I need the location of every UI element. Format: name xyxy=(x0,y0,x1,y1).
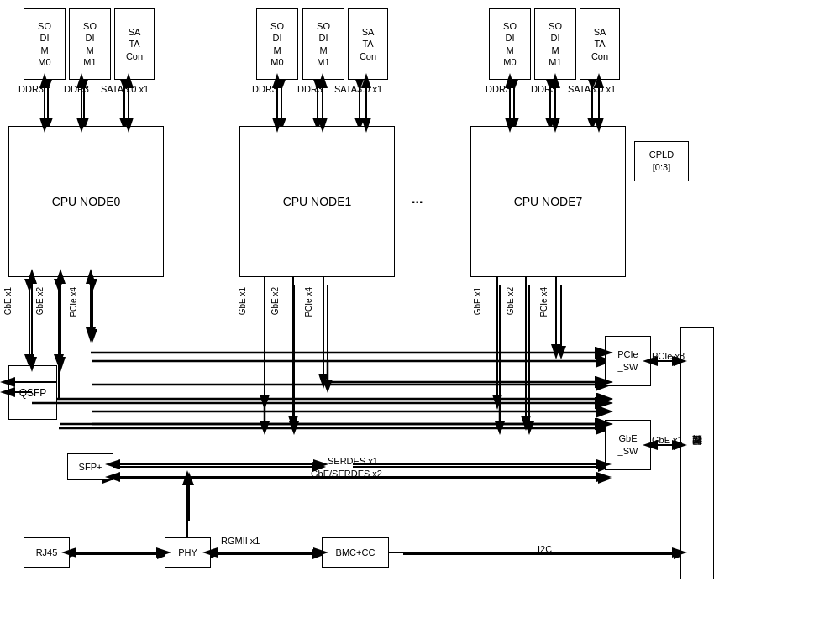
gbe-serdes-x2-label: GbE/SERDES x2 xyxy=(311,469,382,479)
gbe-sw-box: GbE _SW xyxy=(605,420,651,470)
serdes-x1-label: SERDES x1 xyxy=(328,456,378,466)
sata-group2: SA TA Con xyxy=(348,8,388,80)
sodimm0-group1: SO DI M M0 xyxy=(24,8,66,80)
qsfp-box: QSFP xyxy=(8,365,57,420)
system-diagram: SO DI M M0 SO DI M M1 SA TA Con SO DI M … xyxy=(0,0,840,644)
sata-label-g1: SATA3.0 x1 xyxy=(101,84,149,94)
sodimm1-group3: SO DI M M1 xyxy=(534,8,576,80)
bmc-cc-box: BMC+CC xyxy=(322,537,389,568)
pcie-x4-label-n0: PCIe x4 xyxy=(69,287,78,317)
ddr3-label-g1-1: DDR3 xyxy=(64,84,89,94)
pcie-sw-box: PCIe _SW xyxy=(605,336,651,386)
phy-box: PHY xyxy=(165,537,211,568)
gbe-x2-label-n7: GbE x2 xyxy=(506,287,515,315)
ellipsis-label: ... xyxy=(412,191,423,207)
detail-arrows xyxy=(0,0,840,644)
sfp-plus-box: SFP+ xyxy=(67,453,113,480)
sodimm0-group3: SO DI M M0 xyxy=(489,8,531,80)
ddr3-label-g2-0: DDR3 xyxy=(252,84,277,94)
cpu-node7: CPU NODE7 xyxy=(470,126,626,277)
management-box: 管理控制器 xyxy=(680,327,714,579)
gbe-x1-label-n1: GbE x1 xyxy=(238,287,247,315)
ddr3-label-g3-0: DDR3 xyxy=(486,84,511,94)
ddr3-label-g1-0: DDR3 xyxy=(18,84,44,94)
gbe-x2-label-n0: GbE x2 xyxy=(35,287,45,315)
sata-group3: SA TA Con xyxy=(580,8,620,80)
sodimm0-group2: SO DI M M0 xyxy=(256,8,298,80)
cpu-node0: CPU NODE0 xyxy=(8,126,164,277)
gbe-x2-label-n1: GbE x2 xyxy=(270,287,280,315)
sata-group1: SA TA Con xyxy=(114,8,155,80)
diagram-arrows xyxy=(0,0,840,644)
ddr3-label-g2-1: DDR3 xyxy=(297,84,323,94)
sodimm1-group1: SO DI M M1 xyxy=(69,8,111,80)
cpu-node1: CPU NODE1 xyxy=(239,126,395,277)
gbe-x1-sw-label: GbE x1 xyxy=(652,435,683,445)
rgmii-x1-label: RGMII x1 xyxy=(221,536,260,546)
ddr3-label-g3-1: DDR3 xyxy=(531,84,556,94)
gbe-x1-label-n0: GbE x1 xyxy=(3,287,13,315)
gbe-x1-label-n7: GbE x1 xyxy=(473,287,482,315)
pcie-x4-label-n1: PCIe x4 xyxy=(304,287,313,317)
sata-label-g2: SATA3.0 x1 xyxy=(334,84,382,94)
rj45-box: RJ45 xyxy=(24,537,70,568)
sodimm1-group2: SO DI M M1 xyxy=(302,8,344,80)
cpld-box: CPLD [0:3] xyxy=(634,141,689,181)
pcie-x4-label-n7: PCIe x4 xyxy=(539,287,549,317)
i2c-label: I2C xyxy=(538,544,552,554)
pcie-x8-label: PCIe x8 xyxy=(652,351,685,361)
sata-label-g3: SATA3.0 x1 xyxy=(568,84,616,94)
